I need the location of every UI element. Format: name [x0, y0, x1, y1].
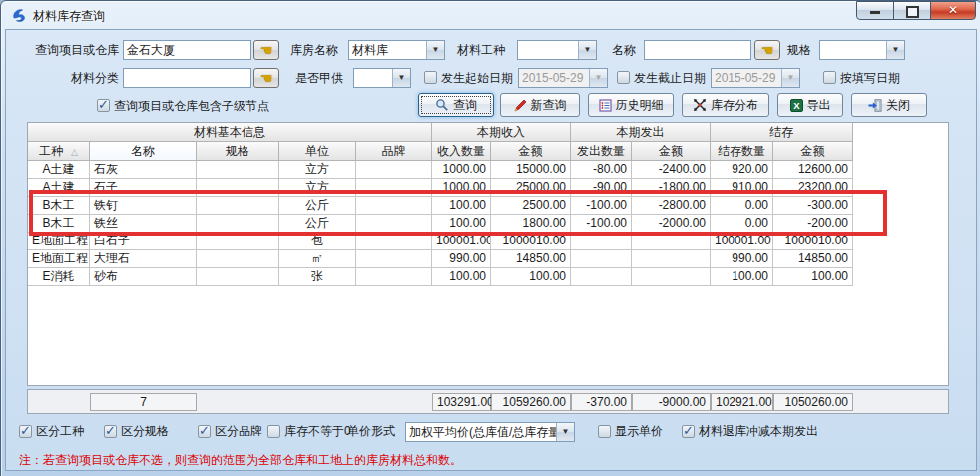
table-cell[interactable]: E地面工程 [28, 233, 90, 250]
table-cell[interactable] [356, 233, 432, 250]
table-cell[interactable]: 100.00 [432, 215, 491, 233]
table-cell[interactable]: 铁丝 [90, 215, 197, 233]
table-cell[interactable] [197, 197, 279, 215]
table-cell[interactable]: -200.00 [773, 215, 853, 233]
end-date-select[interactable]: 2015-05-29▼ [711, 68, 800, 88]
history-detail-button[interactable]: 历史明细 [588, 93, 674, 117]
table-cell[interactable]: A土建 [28, 179, 90, 197]
table-cell[interactable]: -2800.00 [632, 197, 711, 215]
table-cell[interactable] [632, 233, 711, 250]
column-header-brand[interactable]: 品牌 [356, 142, 432, 161]
table-cell[interactable]: 0.00 [711, 215, 773, 233]
table-cell[interactable]: 12600.00 [773, 161, 853, 179]
table-cell[interactable]: 910.00 [711, 179, 773, 197]
table-cell[interactable]: -1800.00 [632, 179, 711, 197]
group-basic-info[interactable]: 材料基本信息 [28, 123, 432, 142]
start-date-checkbox[interactable] [424, 71, 437, 84]
table-cell[interactable]: E消耗 [28, 268, 90, 286]
column-header-worktype[interactable]: 工种△ [28, 142, 90, 161]
table-cell[interactable] [356, 179, 432, 197]
table-cell[interactable]: 石灰 [90, 161, 197, 179]
table-cell[interactable]: 25000.00 [491, 179, 571, 197]
table-cell[interactable]: 白石子 [90, 233, 197, 250]
export-button[interactable]: X 导出 [777, 93, 843, 117]
table-cell[interactable]: ㎡ [279, 250, 356, 268]
supply-select[interactable]: ▼ [353, 68, 411, 88]
table-cell[interactable]: 990.00 [432, 250, 491, 268]
table-cell[interactable]: 1000010.00 [773, 233, 853, 250]
table-cell[interactable]: 920.00 [711, 161, 773, 179]
table-cell[interactable]: 铁钉 [90, 197, 197, 215]
table-row[interactable]: A土建石灰立方1000.0015000.00-80.00-2400.00920.… [28, 161, 948, 179]
group-period-income[interactable]: 本期收入 [432, 123, 571, 142]
table-cell[interactable]: 立方 [279, 179, 356, 197]
table-cell[interactable]: -2400.00 [632, 161, 711, 179]
table-cell[interactable]: 990.00 [711, 250, 773, 268]
table-cell[interactable]: 100.00 [432, 197, 491, 215]
column-header-income-qty[interactable]: 收入数量 [432, 142, 491, 161]
by-worktype-checkbox[interactable] [19, 425, 32, 438]
name-picker-button[interactable]: ☚ [754, 40, 780, 60]
name-input[interactable] [644, 40, 751, 60]
table-cell[interactable] [632, 268, 711, 286]
table-cell[interactable] [197, 161, 279, 179]
column-header-unit[interactable]: 单位 [279, 142, 356, 161]
table-cell[interactable] [571, 268, 632, 286]
spec-select[interactable]: ▼ [819, 40, 905, 60]
start-date-select[interactable]: 2015-05-29▼ [518, 68, 608, 88]
table-cell[interactable] [571, 233, 632, 250]
table-cell[interactable]: 张 [279, 268, 356, 286]
table-cell[interactable]: B木工 [28, 215, 90, 233]
table-cell[interactable] [356, 268, 432, 286]
project-picker-button[interactable]: ☚ [253, 40, 279, 60]
chevron-down-icon[interactable]: ▼ [426, 41, 444, 59]
category-input[interactable] [123, 68, 251, 88]
close-window-button[interactable]: 关闭 [851, 93, 927, 117]
group-period-issue[interactable]: 本期发出 [571, 123, 711, 142]
table-row[interactable]: B木工铁钉公斤100.002500.00-100.00-2800.000.00-… [28, 197, 948, 215]
table-cell[interactable] [571, 250, 632, 268]
table-row[interactable]: E地面工程大理石㎡990.0014850.00990.0014850.00 [28, 250, 948, 268]
minimize-button[interactable] [856, 1, 894, 20]
table-cell[interactable]: 包 [279, 233, 356, 250]
table-cell[interactable] [356, 215, 432, 233]
table-cell[interactable]: 14850.00 [773, 250, 853, 268]
by-spec-checkbox[interactable] [104, 425, 117, 438]
table-cell[interactable]: 石子 [90, 179, 197, 197]
table-cell[interactable]: -2000.00 [632, 215, 711, 233]
maximize-button[interactable] [893, 1, 931, 20]
table-row[interactable]: B木工铁丝公斤100.001800.00-100.00-2000.000.00-… [28, 215, 948, 233]
table-cell[interactable] [197, 179, 279, 197]
chevron-down-icon[interactable]: ▼ [886, 41, 904, 59]
group-balance[interactable]: 结存 [711, 123, 853, 142]
table-cell[interactable]: 100.00 [432, 268, 491, 286]
table-cell[interactable]: -80.00 [571, 161, 632, 179]
table-cell[interactable] [197, 233, 279, 250]
column-header-balance-qty[interactable]: 结存数量 [711, 142, 773, 161]
column-header-income-amount[interactable]: 金额 [491, 142, 571, 161]
table-cell[interactable]: 砂布 [90, 268, 197, 286]
warehouse-select[interactable]: 材料库▼ [348, 40, 445, 60]
column-header-issue-amount[interactable]: 金额 [632, 142, 711, 161]
show-price-checkbox[interactable] [598, 425, 611, 438]
table-cell[interactable]: 100.00 [773, 268, 853, 286]
table-cell[interactable]: -90.00 [571, 179, 632, 197]
include-children-checkbox[interactable] [97, 99, 110, 112]
table-cell[interactable]: 15000.00 [491, 161, 571, 179]
project-input[interactable]: 金石大厦 [123, 40, 251, 60]
table-cell[interactable]: E地面工程 [28, 250, 90, 268]
table-cell[interactable]: 100.00 [491, 268, 571, 286]
nonzero-stock-checkbox[interactable] [267, 425, 280, 438]
table-cell[interactable]: 0.00 [711, 197, 773, 215]
worktype-select[interactable]: ▼ [517, 40, 597, 60]
table-cell[interactable]: B木工 [28, 197, 90, 215]
chevron-down-icon[interactable]: ▼ [392, 69, 410, 87]
table-cell[interactable]: 公斤 [279, 197, 356, 215]
table-cell[interactable]: 14850.00 [491, 250, 571, 268]
table-cell[interactable]: -100.00 [571, 197, 632, 215]
table-cell[interactable]: 1800.00 [491, 215, 571, 233]
end-date-checkbox[interactable] [617, 71, 630, 84]
return-offset-checkbox[interactable] [682, 425, 695, 438]
category-picker-button[interactable]: ☚ [253, 68, 279, 88]
column-header-balance-amount[interactable]: 金额 [773, 142, 853, 161]
